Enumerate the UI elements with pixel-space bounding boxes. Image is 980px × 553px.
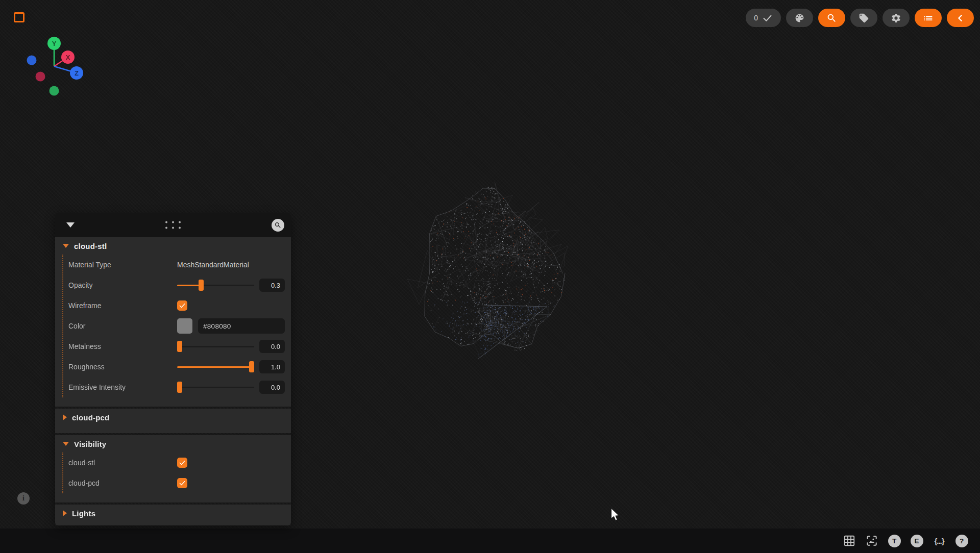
bottom-bar: TE{...}? [0,529,980,553]
palette-icon [794,13,805,23]
screenshot-button[interactable] [865,534,879,548]
emissive-intensity-value-input[interactable]: 0.0 [259,381,285,394]
folder-cloud-stl: cloud-stl Material Type MeshStandardMate… [55,237,291,407]
grid-view-button[interactable] [842,534,856,548]
check-icon [179,480,186,487]
caret-right-icon [63,414,67,420]
folder-lights-toggle[interactable]: Lights [55,505,291,522]
row-label: Metalness [68,342,177,350]
help-icon: ? [955,535,968,547]
control-row: Wireframe [68,295,285,316]
slider-thumb[interactable] [199,280,204,291]
material-type-value: MeshStandardMaterial [177,261,249,269]
folder-content: Material Type MeshStandardMaterial Opaci… [62,255,285,397]
square-outline-icon[interactable] [14,12,24,22]
row-control [177,300,285,311]
folder-label: cloud-pcd [72,413,109,422]
screenshot-icon [865,534,878,547]
collapse-button[interactable] [947,9,974,27]
svg-text:Z: Z [75,69,79,77]
row-control [177,478,285,488]
info-button[interactable]: i [17,492,30,505]
help-button[interactable]: ? [954,534,969,548]
caret-down-icon [63,244,69,248]
svg-text:Y: Y [52,40,57,47]
slider-thumb[interactable] [177,341,182,352]
tags-button[interactable] [850,9,877,27]
check-icon [179,302,186,309]
control-row: Material Type MeshStandardMaterial [68,255,285,275]
control-row: Metalness 0.0 [68,336,285,357]
settings-button[interactable] [883,9,910,27]
magnifier-circle-icon[interactable] [272,219,284,232]
color-swatch[interactable] [177,318,192,334]
caret-right-icon [63,510,67,516]
control-row: Opacity 0.3 [68,275,285,295]
search-icon [826,13,837,23]
search-button[interactable] [818,9,845,27]
gear-icon [891,13,901,23]
list-icon [923,13,934,23]
selection-count-button[interactable]: 0 [746,9,781,27]
row-control: 0.0 [177,340,285,353]
panel-folders: cloud-stl Material Type MeshStandardMate… [55,237,291,525]
axis-neg-y-dot [50,86,59,96]
cloud-stl-checkbox[interactable] [177,458,187,468]
roughness-value-input[interactable]: 1.0 [259,360,285,373]
control-row: cloud-stl [68,453,285,473]
row-control: 1.0 [177,360,285,373]
axis-z-handle: Z [70,66,83,80]
folder-cloud-pcd-toggle[interactable]: cloud-pcd [55,409,291,426]
folder-content: cloud-stl cloud-pcd [62,453,285,493]
list-button[interactable] [915,9,942,27]
slider-thumb[interactable] [249,361,254,372]
axis-neg-x-dot [36,72,45,82]
toolbar: 0 [746,9,974,27]
wireframe-checkbox[interactable] [177,300,187,311]
chevron-left-icon [955,13,966,23]
row-control: 0.3 [177,279,285,292]
metalness-slider[interactable] [177,341,254,352]
row-control: #808080 [177,318,285,334]
folder-visibility-toggle[interactable]: Visibility [55,435,291,453]
check-icon [762,13,773,23]
opacity-slider[interactable] [177,280,254,291]
axis-y-handle: Y [47,37,61,50]
row-control: MeshStandardMaterial [177,261,285,269]
roughness-slider[interactable] [177,361,254,372]
braces-button[interactable]: {...} [932,534,946,548]
tag-icon [859,13,869,23]
element-tool-button[interactable]: E [910,534,924,548]
caret-down-icon [63,442,69,446]
panel-header [55,213,291,237]
row-label: Material Type [68,261,177,269]
text-tool-button[interactable]: T [887,534,901,548]
metalness-value-input[interactable]: 0.0 [259,340,285,353]
folder-label: Visibility [74,440,106,448]
bottom-bar-icons: TE{...}? [842,534,969,548]
row-label: Wireframe [68,301,177,310]
control-row: Roughness 1.0 [68,357,285,377]
palette-button[interactable] [786,9,813,27]
control-row: cloud-pcd [68,473,285,493]
slider-thumb[interactable] [177,382,182,393]
row-label: cloud-pcd [68,479,177,487]
axis-neg-z-dot [27,56,37,65]
folder-cloud-stl-toggle[interactable]: cloud-stl [55,237,291,255]
cloud-pcd-checkbox[interactable] [177,478,187,488]
drag-dots-icon[interactable] [165,221,181,229]
element-tool-icon: E [911,535,923,547]
row-control [177,458,285,468]
folder-visibility: Visibility cloud-stl cloud-pcd [55,435,291,502]
row-label: Color [68,322,177,330]
folder-cloud-pcd: cloud-pcd [55,409,291,433]
row-label: Roughness [68,363,177,371]
row-label: cloud-stl [68,459,177,467]
opacity-value-input[interactable]: 0.3 [259,279,285,292]
check-icon [179,459,186,466]
color-hex-input[interactable]: #808080 [198,318,285,334]
folder-label: Lights [72,509,95,518]
caret-down-icon[interactable] [66,222,75,228]
control-row: Color #808080 [68,316,285,336]
emissive-intensity-slider[interactable] [177,382,254,393]
